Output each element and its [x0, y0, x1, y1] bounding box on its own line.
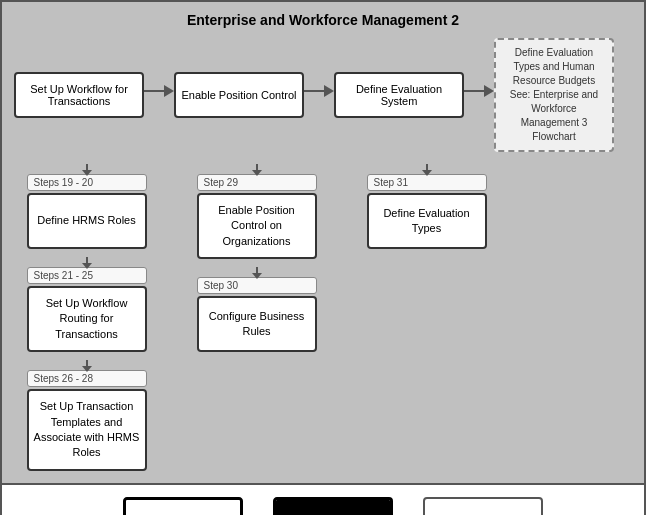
column-2: Step 29 Enable Position Control on Organ…	[184, 160, 329, 475]
legend-optional: Optional Step	[418, 493, 548, 515]
step-label-1: Steps 19 - 20	[27, 174, 147, 191]
legend-optional-box: Optional Step	[423, 497, 543, 515]
column-1: Steps 19 - 20 Define HRMS Roles Steps 21…	[14, 160, 159, 475]
down-arrow-col1-3	[27, 356, 147, 370]
col-spacer-1	[159, 160, 184, 475]
page-title: Enterprise and Workforce Management 2	[14, 12, 632, 28]
step-label-6: Step 31	[367, 174, 487, 191]
step-label-2: Steps 21 - 25	[27, 267, 147, 284]
content-2: Set Up Workflow Routing for Transactions	[27, 286, 147, 352]
step-block-4: Step 29 Enable Position Control on Organ…	[197, 174, 317, 259]
down-arrow-col1-1	[27, 160, 147, 174]
top-row: Set Up Workflow for Transactions Enable …	[14, 38, 632, 152]
step-block-2: Steps 21 - 25 Set Up Workflow Routing fo…	[27, 267, 147, 352]
outer-container: Enterprise and Workforce Management 2 Se…	[0, 0, 646, 515]
step-label-4: Step 29	[197, 174, 317, 191]
top-box-1: Set Up Workflow for Transactions	[14, 72, 144, 118]
content-1: Define HRMS Roles	[27, 193, 147, 249]
legend-defaults-stripe	[276, 500, 390, 515]
step-block-1: Steps 19 - 20 Define HRMS Roles	[27, 174, 147, 249]
content-5: Configure Business Rules	[197, 296, 317, 352]
down-arrow-col2-2	[197, 263, 317, 277]
content-3: Set Up Transaction Templates and Associa…	[27, 389, 147, 471]
main-area: Enterprise and Workforce Management 2 Se…	[2, 2, 644, 483]
down-arrow-col2-1	[197, 160, 317, 174]
down-arrow-col3-1	[367, 160, 487, 174]
col-spacer-2	[329, 160, 354, 475]
content-4: Enable Position Control on Organizations	[197, 193, 317, 259]
legend-required-box: Required Step	[123, 497, 243, 515]
step-block-3: Steps 26 - 28 Set Up Transaction Templat…	[27, 370, 147, 471]
legend-defaults: Required Step with Defaults	[268, 493, 398, 515]
step-block-5: Step 30 Configure Business Rules	[197, 277, 317, 352]
step-label-3: Steps 26 - 28	[27, 370, 147, 387]
down-arrow-col1-2	[27, 253, 147, 267]
legend-required: Required Step	[118, 493, 248, 515]
column-3: Step 31 Define Evaluation Types	[354, 160, 499, 475]
top-box-2: Enable Position Control	[174, 72, 304, 118]
content-6: Define Evaluation Types	[367, 193, 487, 249]
step-label-5: Step 30	[197, 277, 317, 294]
columns-area: Steps 19 - 20 Define HRMS Roles Steps 21…	[14, 160, 632, 475]
top-box-3: Define Evaluation System	[334, 72, 464, 118]
legend-defaults-box: Required Step with Defaults	[273, 497, 393, 515]
dashed-box-4: Define Evaluation Types and Human Resour…	[494, 38, 614, 152]
legend-area: LEGEND Required Step Required Step with …	[2, 483, 644, 515]
step-block-6: Step 31 Define Evaluation Types	[367, 174, 487, 249]
